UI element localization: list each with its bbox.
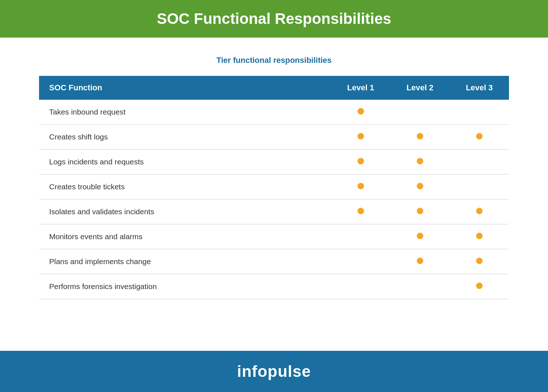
responsibility-dot [417,158,423,164]
table-row: Creates trouble tickets [39,175,509,199]
cell-level3 [450,224,509,249]
cell-level2 [390,150,450,175]
responsibility-dot [476,258,483,264]
responsibility-dot [358,208,364,214]
responsibility-dot [358,133,364,139]
table-header: SOC Function Level 1 Level 2 Level 3 [39,76,509,100]
table-row: Logs incidents and requests [39,150,509,175]
table-subtitle: Tier functional responsibilities [217,56,332,65]
footer-logo: infopulse [14,362,534,380]
responsibility-dot [476,208,483,214]
responsibility-dot [476,283,483,289]
col-header-function: SOC Function [39,76,331,100]
cell-level2 [390,199,450,224]
footer-bar: infopulse [0,351,548,392]
responsibility-dot [476,133,483,139]
page-title: SOC Functional Responsibilities [14,10,534,27]
cell-level2 [390,274,450,299]
cell-level3 [450,199,509,224]
table-body: Takes inbound requestCreates shift logsL… [39,100,509,299]
cell-level2 [390,100,450,125]
cell-level1 [331,249,390,274]
table-row: Monitors events and alarms [39,224,509,249]
responsibility-dot [358,108,364,115]
responsibility-dot [417,233,423,239]
cell-level1 [331,199,390,224]
cell-level1 [331,150,390,175]
cell-level1 [331,274,390,299]
responsibility-dot [358,183,364,189]
responsibility-dot [358,158,364,164]
cell-level2 [390,224,450,249]
col-header-level3: Level 3 [450,76,509,100]
responsibility-dot [417,133,423,139]
cell-level3 [450,175,509,199]
responsibility-dot [417,258,423,264]
cell-level1 [331,224,390,249]
table-row: Plans and implements change [39,249,509,274]
cell-function: Monitors events and alarms [39,224,331,249]
table-row: Performs forensics investigation [39,274,509,299]
cell-level3 [450,274,509,299]
cell-function: Isolates and validates incidents [39,199,331,224]
table-row: Takes inbound request [39,100,509,125]
cell-level3 [450,125,509,150]
col-header-level1: Level 1 [331,76,390,100]
table-row: Isolates and validates incidents [39,199,509,224]
cell-function: Takes inbound request [39,100,331,125]
cell-level3 [450,150,509,175]
cell-level3 [450,100,509,125]
cell-level1 [331,125,390,150]
table-row: Creates shift logs [39,125,509,150]
responsibility-dot [476,233,483,239]
cell-function: Plans and implements change [39,249,331,274]
responsibility-dot [417,208,423,214]
cell-function: Creates shift logs [39,125,331,150]
col-header-level2: Level 2 [390,76,450,100]
cell-level2 [390,249,450,274]
cell-function: Performs forensics investigation [39,274,331,299]
cell-function: Creates trouble tickets [39,175,331,199]
cell-level2 [390,175,450,199]
cell-level3 [450,249,509,274]
cell-level1 [331,100,390,125]
responsibility-table: SOC Function Level 1 Level 2 Level 3 Tak… [39,76,509,299]
cell-level1 [331,175,390,199]
responsibility-dot [417,183,423,189]
cell-function: Logs incidents and requests [39,150,331,175]
cell-level2 [390,125,450,150]
main-content: Tier functional responsibilities SOC Fun… [0,38,548,351]
header-bar: SOC Functional Responsibilities [0,0,548,38]
